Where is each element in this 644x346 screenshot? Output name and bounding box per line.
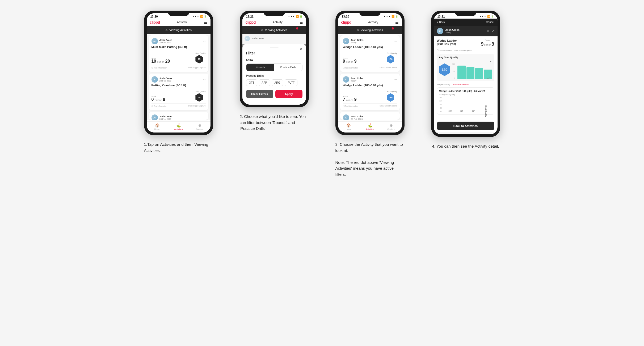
hamburger-icon-2[interactable]: ☰ — [300, 20, 303, 24]
drill-btn-putt[interactable]: PUTT — [285, 79, 297, 86]
activity-card-1-1[interactable]: JC Josh Coles 28 Feb 2023 ··· Must Make … — [149, 35, 208, 72]
chart-app-label-4: APP — [487, 77, 491, 79]
stat-score-1-1: Score 10 OUT OF 20 — [151, 57, 170, 63]
more-dots-3-1[interactable]: ··· — [394, 39, 397, 43]
quality-badge-3-2: 118 — [387, 93, 394, 102]
modal-bottom-spacer — [242, 102, 306, 105]
chart-top-label-4: 130 — [452, 60, 492, 63]
caption-3: 3. Choose the Activity that you want to … — [335, 142, 405, 177]
filter-overlay-2: ✕ Filter Show Rounds Practice Drills Pra… — [242, 44, 306, 102]
chart-bar-4-1 — [457, 66, 465, 79]
activities-label-3: Activities — [366, 128, 374, 130]
card-stats-1-1: Score 10 OUT OF 20 Shot Quality 75 — [151, 50, 206, 63]
chart-y-labels-4: 100 50 0 — [452, 63, 457, 79]
show-label-2: Show — [246, 58, 302, 61]
user-date-1-2: 28 Feb 2023 — [159, 80, 172, 82]
activity-card-3-1[interactable]: JC Josh Coles Today ··· Wedge Ladder (10… — [340, 35, 400, 72]
practice-drills-label-2: Practice Drills — [246, 74, 302, 77]
back-to-activities-btn[interactable]: Back to Activities — [437, 122, 494, 130]
detail-test-info-4: ⓘ Test Information Data: Clippd Capture — [437, 49, 494, 52]
nav-capture-1[interactable]: ⊕ Capture — [189, 123, 211, 130]
notch-3 — [359, 11, 381, 16]
hamburger-icon-3[interactable]: ☰ — [395, 20, 399, 24]
user-date-3-2: Today — [351, 80, 364, 82]
nav-activities-3[interactable]: ⛳ Activities — [359, 123, 381, 130]
time-3: 13:20 — [342, 15, 349, 18]
more-dots-1-1[interactable]: ··· — [203, 39, 205, 43]
filter-icon-3: ⚙ — [357, 29, 359, 32]
blurred-avatar: JC — [245, 36, 250, 41]
activity-list-1: JC Josh Coles 28 Feb 2023 ··· Must Make … — [147, 35, 211, 120]
home-label-3: Home — [346, 128, 351, 130]
hamburger-icon-1[interactable]: ☰ — [204, 20, 207, 24]
phone-column-4: 13:21 ▲▲▲ 📶 🔋 < Back Cancel — [423, 11, 508, 177]
apply-btn[interactable]: Apply — [275, 90, 302, 98]
phone-column-2: 13:21 ▲▲▲ 📶 🔋 clippd Activity ☰ ⚙ Vi — [232, 11, 317, 177]
home-icon-3: 🏠 — [346, 123, 351, 127]
nav-home-3[interactable]: 🏠 Home — [338, 123, 359, 130]
wifi-icon-1: 📶 — [200, 15, 203, 18]
card-user-3-2: JC Josh Coles Today — [343, 76, 364, 83]
nav-capture-3[interactable]: ⊕ Capture — [381, 123, 402, 130]
user-date-1-1: 28 Feb 2023 — [159, 41, 172, 44]
avg-shot-quality-section-4: Avg Shot Quality 130 130 100 50 0 — [437, 54, 494, 81]
card-footer-1-1: ⓘ Test Information Data: Clippd Capture — [151, 65, 206, 69]
card-header-1-1: JC Josh Coles 28 Feb 2023 ··· — [151, 38, 206, 44]
toggle-rounds[interactable]: Rounds — [246, 64, 274, 71]
nav-home-1[interactable]: 🏠 Home — [147, 123, 168, 130]
viewing-bar-1[interactable]: ⚙ Viewing Activities — [147, 26, 211, 34]
modal-close-btn[interactable]: ✕ — [299, 47, 302, 51]
detail-user-date-4: Today — [445, 31, 460, 34]
activity-card-3-3[interactable]: JC Josh Coles 28 Feb 2023 — [340, 112, 400, 120]
cancel-button-4[interactable]: Cancel — [486, 21, 494, 24]
drill-btn-app[interactable]: APP — [259, 79, 270, 86]
expand-icon-4[interactable]: ⤢ — [492, 29, 494, 33]
more-dots-3-2[interactable]: ··· — [394, 78, 397, 81]
user-name-1-1: Josh Coles — [159, 39, 172, 41]
viewing-activities-label-3: Viewing Activities — [361, 28, 383, 32]
avg-shot-quality-title-4: Avg Shot Quality — [439, 56, 492, 59]
card-title-3-2: Wedge Ladder (100–140 yds) — [343, 84, 397, 87]
avatar-3-1: JC — [343, 38, 349, 44]
activity-card-3-2[interactable]: JC Josh Coles Today ··· Wedge Ladder (10… — [340, 74, 400, 110]
quality-badge-3-1: 130 — [387, 55, 394, 63]
viewing-bar-2[interactable]: ⚙ Viewing Activities — [242, 26, 306, 34]
detail-user-info-4: Josh Coles Today — [445, 28, 460, 34]
filter-icon-1: ⚙ — [165, 29, 168, 32]
status-icons-3: ▲▲▲ 📶 🔋 — [384, 15, 398, 18]
modal-handle-2 — [270, 48, 279, 48]
notch-2 — [264, 11, 285, 16]
viewing-bar-3[interactable]: ⚙ Viewing Activities — [338, 26, 402, 34]
nav-activities-1[interactable]: ⛳ Activities — [168, 123, 189, 130]
avatar-1-2: JC — [151, 76, 158, 83]
drill-btn-ott[interactable]: OTT — [246, 79, 257, 86]
back-button-4[interactable]: < Back — [437, 21, 445, 24]
time-2: 13:21 — [246, 15, 254, 18]
modal-actions-2: Clear Filters Apply — [246, 90, 302, 98]
detail-content-4: Wedge Ladder(100–140 yds) Score 9 OUT OF… — [434, 36, 498, 119]
phone-3-inner: 13:20 ▲▲▲ 📶 🔋 clippd Activity ☰ ⚙ Vi — [338, 13, 402, 133]
viewing-activities-label-2: Viewing Activities — [265, 28, 287, 32]
phone-4: 13:21 ▲▲▲ 📶 🔋 < Back Cancel — [431, 11, 500, 137]
blurred-card-2: JC Josh Coles — [242, 34, 306, 44]
battery-icon-4: 🔋 — [491, 15, 494, 18]
signal-icon-2: ▲▲▲ — [288, 15, 295, 18]
edit-icon-4[interactable]: ✏ — [487, 29, 490, 33]
battery-icon-2: 🔋 — [300, 15, 302, 18]
bottom-nav-1: 🏠 Home ⛳ Activities ⊕ Capture — [147, 121, 211, 133]
user-date-3-1: Today — [351, 41, 364, 44]
toggle-practice-drills[interactable]: Practice Drills — [274, 64, 302, 71]
detail-header-4: < Back Cancel — [434, 19, 498, 26]
detail-user-name-4: Josh Coles — [445, 28, 460, 31]
app-header-2: clippd Activity ☰ — [242, 19, 306, 26]
activity-card-1-2[interactable]: JC Josh Coles 28 Feb 2023 ··· Putting Co… — [149, 74, 208, 110]
phone-1: 13:20 ▲▲▲ 📶 🔋 clippd Activity ☰ ⚙ Vi — [144, 11, 213, 135]
red-dot-3 — [392, 27, 394, 29]
activities-icon-1: ⛳ — [176, 123, 181, 127]
more-dots-1-2[interactable]: ··· — [203, 78, 205, 81]
drill-btn-arg[interactable]: ARG — [272, 79, 283, 86]
activity-card-1-3[interactable]: JC Josh Coles 28 Feb 2023 — [149, 112, 208, 120]
clear-filters-btn[interactable]: Clear Filters — [246, 90, 273, 98]
signal-icon-4: ▲▲▲ — [479, 15, 486, 18]
avatar-3-2: JC — [343, 76, 349, 83]
